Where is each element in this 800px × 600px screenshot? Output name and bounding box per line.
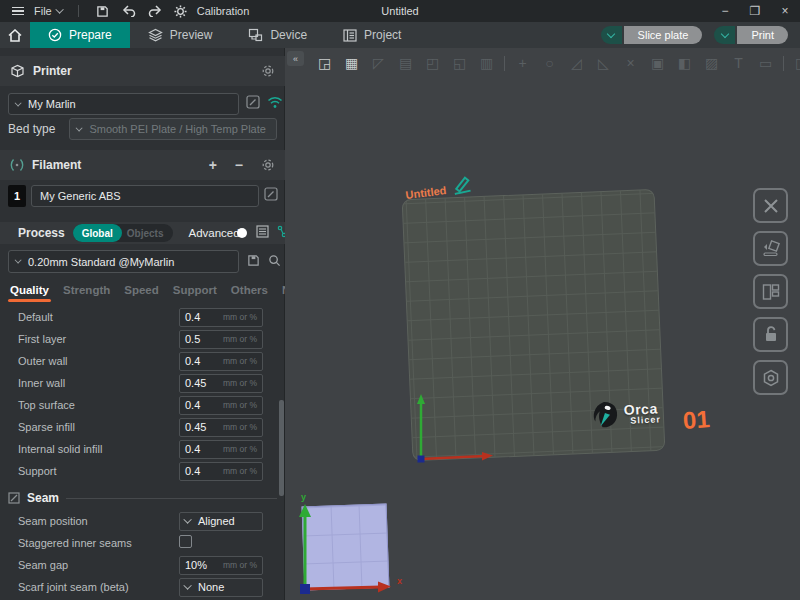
param-input[interactable]: 0.4 mm or % [179, 352, 263, 371]
save-project-button[interactable] [93, 2, 113, 20]
edit-filament-button[interactable] [264, 187, 278, 205]
edit-plate-name-icon[interactable] [449, 175, 473, 196]
seam-position-select[interactable]: Aligned [179, 512, 263, 531]
param-input[interactable]: 0.45 mm or % [179, 418, 263, 437]
printer-preset-select[interactable]: My Marlin [8, 93, 239, 115]
param-row: Inner wall 0.45 mm or % [0, 372, 285, 394]
seam-section-title: Seam [27, 491, 59, 505]
scope-global[interactable]: Global [73, 224, 122, 242]
plate-settings-icon [761, 368, 781, 388]
redo-button[interactable] [145, 2, 165, 20]
param-input[interactable]: 0.4 mm or % [179, 440, 263, 459]
cut-icon[interactable]: × [621, 54, 640, 73]
assembly-view-icon[interactable]: ◫ [792, 54, 800, 73]
param-input[interactable]: 0.4 mm or % [179, 462, 263, 481]
scale-icon[interactable]: ◿ [567, 54, 586, 73]
remove-filament-button[interactable]: − [235, 157, 243, 173]
project-icon [343, 29, 357, 42]
add-filament-button[interactable]: + [209, 157, 217, 173]
seam-gap-input[interactable]: 10% mm or % [179, 556, 263, 575]
lock-plate-button[interactable] [753, 317, 788, 352]
rotate-icon[interactable]: ○ [540, 54, 559, 73]
calibration-label[interactable]: Calibration [197, 5, 250, 17]
slice-plate-button[interactable]: Slice plate [601, 26, 703, 44]
arrange-plate-button[interactable] [753, 274, 788, 309]
edit-printer-button[interactable] [246, 95, 260, 113]
home-button[interactable] [0, 22, 30, 48]
slice-options-dropdown[interactable] [601, 26, 622, 44]
process-scope-toggle[interactable]: Global Objects [73, 224, 173, 242]
arrange-icon[interactable]: ▤ [396, 54, 415, 73]
param-input[interactable]: 0.4 mm or % [179, 396, 263, 415]
save-preset-button[interactable] [247, 253, 260, 271]
tab-project[interactable]: Project [325, 22, 419, 48]
filament-section-title: Filament [32, 158, 81, 172]
seam-rows: Seam position Aligned Staggered inner se… [0, 510, 285, 598]
param-unit: mm or % [223, 312, 257, 322]
filament-preset-field[interactable]: My Generic ABS [31, 185, 259, 207]
param-input[interactable]: 0.45 mm or % [179, 374, 263, 393]
place-on-face-icon[interactable]: ◺ [594, 54, 613, 73]
bed-type-select[interactable]: Smooth PEI Plate / High Temp Plate [69, 118, 277, 140]
print-button[interactable]: Print [714, 26, 788, 44]
process-tab-bar: Quality Strength Speed Support Others No… [0, 280, 285, 302]
filament-index-badge[interactable]: 1 [8, 185, 26, 207]
print-options-dropdown[interactable] [714, 26, 735, 44]
tab-support[interactable]: Support [173, 280, 217, 302]
scarf-joint-select[interactable]: None [179, 578, 263, 597]
process-preset-select[interactable]: 0.20mm Standard @MyMarlin [8, 250, 239, 273]
delete-plate-button[interactable] [753, 188, 788, 223]
auto-orient-plate-button[interactable] [753, 231, 788, 266]
auto-orient-icon[interactable]: ◸ [369, 54, 388, 73]
tab-prepare[interactable]: Prepare [30, 22, 130, 48]
plate-settings-button[interactable] [753, 360, 788, 395]
tab-others[interactable]: Others [231, 280, 268, 302]
split-to-parts-icon[interactable]: ◱ [450, 54, 469, 73]
printer-connection-button[interactable] [267, 95, 283, 113]
device-icon [248, 28, 263, 42]
file-menu-chevron-icon[interactable] [55, 5, 63, 13]
seam-icon [8, 492, 20, 504]
scope-objects[interactable]: Objects [122, 228, 173, 239]
merge-icon[interactable]: ◧ [675, 54, 694, 73]
filament-settings-button[interactable] [261, 158, 275, 172]
tab-preview[interactable]: Preview [130, 22, 231, 48]
add-plate-icon[interactable]: ▦ [342, 54, 361, 73]
move-icon[interactable]: + [513, 54, 532, 73]
seam-gap-value: 10% [185, 559, 223, 571]
param-unit: mm or % [223, 400, 257, 410]
viewport-3d[interactable]: « ◲ ▦ ◸ ▤ ◰ ◱ ▥ + ○ ◿ ◺ × ▣ ◧ ▨ T ▭ [285, 48, 800, 600]
undo-button[interactable] [119, 2, 139, 20]
collapse-sidebar-button[interactable]: « [287, 51, 304, 66]
clone-icon[interactable]: ▣ [648, 54, 667, 73]
tab-quality[interactable]: Quality [10, 280, 49, 302]
tab-device[interactable]: Device [230, 22, 325, 48]
variable-layer-height-icon[interactable]: ▥ [477, 54, 496, 73]
tab-speed[interactable]: Speed [124, 280, 159, 302]
param-unit: mm or % [223, 334, 257, 344]
staggered-seams-checkbox[interactable] [179, 535, 192, 548]
split-to-objects-icon[interactable]: ◰ [423, 54, 442, 73]
fill-color-icon[interactable]: ▨ [702, 54, 721, 73]
param-row: Internal solid infill 0.4 mm or % [0, 438, 285, 460]
calibration-button[interactable] [171, 2, 191, 20]
chevron-down-icon [183, 515, 191, 523]
close-button[interactable]: × [770, 0, 800, 22]
param-label: First layer [18, 333, 179, 345]
scarf-joint-row: Scarf joint seam (beta) None [0, 576, 285, 598]
maximize-button[interactable]: ❐ [740, 0, 770, 22]
text-icon[interactable]: T [729, 54, 748, 73]
file-menu[interactable]: File [34, 5, 52, 17]
printer-settings-button[interactable] [261, 64, 275, 78]
params-table-button[interactable] [256, 225, 269, 241]
process-preset-value: 0.20mm Standard @MyMarlin [28, 256, 174, 268]
main-menu-button[interactable] [8, 2, 28, 20]
param-input[interactable]: 0.4 mm or % [179, 308, 263, 327]
param-scrollbar[interactable] [279, 400, 284, 496]
param-input[interactable]: 0.5 mm or % [179, 330, 263, 349]
measure-icon[interactable]: ▭ [756, 54, 775, 73]
minimize-button[interactable]: − [710, 0, 740, 22]
tab-strength[interactable]: Strength [63, 280, 110, 302]
search-preset-button[interactable] [268, 253, 281, 271]
add-model-icon[interactable]: ◲ [315, 54, 334, 73]
